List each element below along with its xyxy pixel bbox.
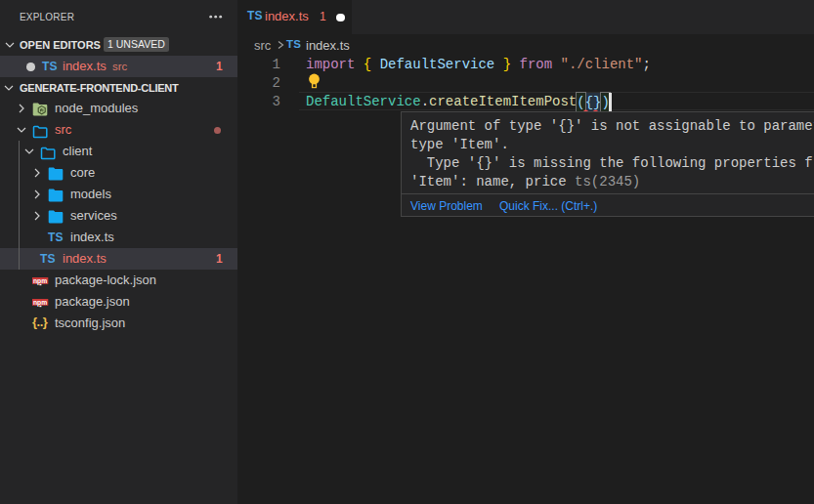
svg-text:npm: npm (33, 299, 47, 307)
svg-text:npm: npm (33, 277, 47, 285)
